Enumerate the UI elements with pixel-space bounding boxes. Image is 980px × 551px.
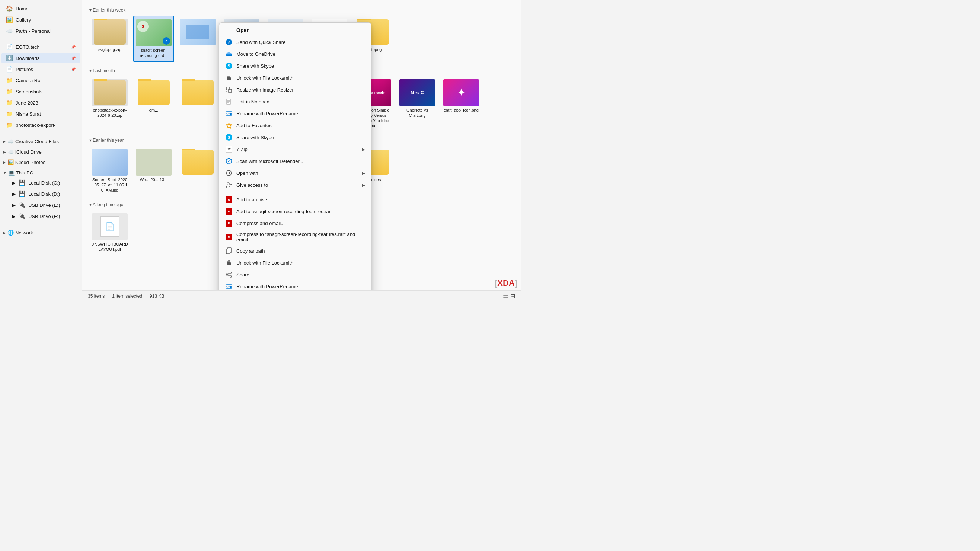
context-menu: Open ↗ Send with Quick Share Move to One… <box>219 22 371 290</box>
file-item-image2[interactable] <box>177 16 218 62</box>
sidebar-item-local-disk-d-label: Local Disk (D:) <box>28 191 60 197</box>
ctx-item-compress-email[interactable]: R Compress and email... <box>219 217 371 229</box>
file-item-screen-shot[interactable]: Screen_Shot_2020_05_27_at_11.05.10_AM.jp… <box>89 146 130 196</box>
ctx-label-skype2: Share with Skype <box>236 135 274 140</box>
file-item-onenote-craft2[interactable]: N vs C OneNote vs Craft.png <box>397 76 438 132</box>
sidebar-item-local-disk-d[interactable]: ▶ 💾 Local Disk (D:) <box>2 189 80 199</box>
ctx-item-add-archive[interactable]: R Add to archive... <box>219 194 371 205</box>
ctx-item-give-access[interactable]: Give access to ▶ <box>219 179 371 191</box>
sidebar-item-downloads-label: Downloads <box>16 56 40 61</box>
ctx-item-onedrive[interactable]: Move to OneDrive <box>219 48 371 60</box>
sidebar-item-camera-roll-label: Camera Roll <box>16 78 43 83</box>
onedrive-icon <box>225 50 232 58</box>
ctx-item-open-with[interactable]: Open with ▶ <box>219 167 371 179</box>
sidebar-item-camera-roll[interactable]: 📁 Camera Roll <box>2 75 80 86</box>
svg-point-19 <box>227 183 229 185</box>
locksmith-icon-2 <box>225 259 232 267</box>
ctx-item-share[interactable]: Share <box>219 268 371 281</box>
sidebar-item-nisha[interactable]: 📁 Nisha Surat <box>2 109 80 119</box>
ctx-item-quick-share[interactable]: ↗ Send with Quick Share <box>219 36 371 48</box>
sidebar-item-parth[interactable]: ☁️ Parth - Personal <box>2 26 80 36</box>
view-icon-grid[interactable]: ⊞ <box>510 292 515 300</box>
7zip-submenu-arrow: ▶ <box>362 147 365 151</box>
ctx-item-copy-path[interactable]: Copy as path <box>219 245 371 257</box>
file-item-craft-icon[interactable]: ✦ craft_app_icon.png <box>441 76 482 132</box>
sidebar-item-photostack[interactable]: 📁 photostack-export- <box>2 120 80 130</box>
ctx-item-powerrename1[interactable]: A→B Rename with PowerRename <box>219 108 371 119</box>
ctx-item-favorites[interactable]: Add to Favorites <box>219 119 371 131</box>
section-header-earlier-this-week: ▾ Earlier this week <box>89 8 514 13</box>
sidebar-item-this-pc-label: This PC <box>16 170 33 176</box>
ctx-label-favorites: Add to Favorites <box>236 123 272 129</box>
ctx-item-image-resizer[interactable]: Resize with Image Resizer <box>219 84 371 95</box>
ctx-item-locksmith2[interactable]: Unlock with File Locksmith <box>219 257 371 268</box>
ctx-label-quick-share: Send with Quick Share <box>236 40 285 45</box>
sidebar-section-creative-cloud[interactable]: ▶ ☁️ Creative Cloud Files <box>0 135 81 146</box>
ctx-item-defender[interactable]: Scan with Microsoft Defender... <box>219 155 371 167</box>
file-item-switchboard-pdf[interactable]: 📄 07.SWITCHBOARD LAYOUT.pdf <box>89 210 130 255</box>
screenshots-icon: 📁 <box>6 88 13 95</box>
xda-watermark: [XDA] <box>495 278 517 288</box>
ctx-label-copy-path: Copy as path <box>236 248 265 254</box>
ctx-item-compress-rar-email[interactable]: R Compress to "snagit-screen-recording-f… <box>219 229 371 245</box>
folder-icon-empty <box>181 80 214 105</box>
file-item-snagit[interactable]: S e snagit-screen-recording-ord... <box>133 16 174 62</box>
svg-rect-23 <box>226 249 230 254</box>
ctx-item-powerrename2[interactable]: A→B Rename with PowerRename <box>219 281 371 290</box>
ctx-item-skype2[interactable]: S Share with Skype <box>219 131 371 143</box>
sidebar-item-usb-drive-e1[interactable]: ▶ 🔌 USB Drive (E:) <box>2 200 80 210</box>
sidebar-item-local-disk-c[interactable]: ▶ 💾 Local Disk (C:) <box>2 178 80 188</box>
file-thumb-onenote-craft2: N vs C <box>399 79 435 106</box>
ctx-item-locksmith1[interactable]: Unlock with File Locksmith <box>219 72 371 84</box>
svg-point-4 <box>226 52 232 56</box>
ctx-label-locksmith1: Unlock with File Locksmith <box>236 75 293 81</box>
chevron-usb-e1: ▶ <box>12 202 16 208</box>
svg-rect-25 <box>228 261 230 263</box>
ctx-item-skype1[interactable]: S Share with Skype <box>219 60 371 72</box>
sidebar-item-pictures[interactable]: 📄 Pictures 📌 <box>2 64 80 75</box>
sidebar-section-icloud-drive[interactable]: ▶ ☁️ iCloud Drive <box>0 146 81 156</box>
file-item-em-folder[interactable]: em... <box>133 76 174 132</box>
sidebar-item-gallery-label: Gallery <box>16 17 31 23</box>
ctx-item-open[interactable]: Open <box>219 24 371 36</box>
sidebar-item-gallery[interactable]: 🖼️ Gallery <box>2 14 80 25</box>
sidebar-item-pictures-label: Pictures <box>16 67 33 72</box>
sidebar-item-network-label: Network <box>15 230 33 235</box>
file-item-folder3[interactable] <box>177 146 218 196</box>
file-thumb-switchboard-pdf: 📄 <box>92 213 128 240</box>
sidebar-section-this-pc[interactable]: ▼ 💻 This PC <box>0 167 81 177</box>
locksmith-icon-1 <box>225 74 232 81</box>
sidebar-item-icloud-drive-label: iCloud Drive <box>15 149 42 155</box>
sidebar-item-downloads[interactable]: ⬇️ Downloads 📌 <box>2 53 80 63</box>
file-item-svgtopng-zip[interactable]: svgtopng.zip <box>89 16 130 62</box>
ctx-label-compress-email: Compress and email... <box>236 221 285 226</box>
chevron-usb-e2: ▶ <box>12 214 16 219</box>
chevron-icloud-photos: ▶ <box>3 160 6 164</box>
file-name-craft-icon: craft_app_icon.png <box>444 108 479 113</box>
sidebar-item-parth-label: Parth - Personal <box>16 28 51 34</box>
sidebar-item-usb-drive-e2[interactable]: ▶ 🔌 USB Drive (E:) <box>2 211 80 221</box>
file-item-empty-folder[interactable] <box>177 76 218 132</box>
file-item-misc-image[interactable]: Wh... 20... 13... <box>133 146 174 196</box>
sidebar-item-photostack-label: photostack-export- <box>16 122 56 128</box>
nisha-icon: 📁 <box>6 111 13 117</box>
file-item-photostack-zip[interactable]: photostack-export-2024-6-20.zip <box>89 76 130 132</box>
creative-cloud-icon: ☁️ <box>8 138 14 144</box>
file-name-switchboard-pdf: 07.SWITCHBOARD LAYOUT.pdf <box>91 241 129 252</box>
view-icon-list[interactable]: ☰ <box>503 292 508 300</box>
ctx-item-7zip[interactable]: 7z 7-Zip ▶ <box>219 143 371 155</box>
ctx-item-add-to-rar[interactable]: R Add to "snagit-screen-recording-featur… <box>219 205 371 217</box>
disk-c-icon: 💾 <box>19 179 25 186</box>
sidebar-item-usb-e2-label: USB Drive (E:) <box>28 214 60 219</box>
sidebar-section-icloud-photos[interactable]: ▶ 🖼️ iCloud Photos <box>0 156 81 167</box>
sidebar-item-eoto[interactable]: 📄 EOTO.tech 📌 <box>2 42 80 52</box>
sidebar-item-june2023[interactable]: 📁 June 2023 <box>2 97 80 108</box>
sidebar-section-network[interactable]: ▶ 🌐 Network <box>0 227 81 237</box>
ctx-label-onedrive: Move to OneDrive <box>236 51 275 57</box>
status-item-count: 35 items <box>88 294 105 299</box>
ctx-item-notepad[interactable]: Edit in Notepad <box>219 95 371 108</box>
openwith-icon <box>225 169 232 177</box>
sidebar-item-screenshots[interactable]: 📁 Screenshots <box>2 86 80 97</box>
sidebar-item-home[interactable]: 🏠 Home <box>2 3 80 14</box>
file-name-onenote-craft2: OneNote vs Craft.png <box>399 108 436 118</box>
